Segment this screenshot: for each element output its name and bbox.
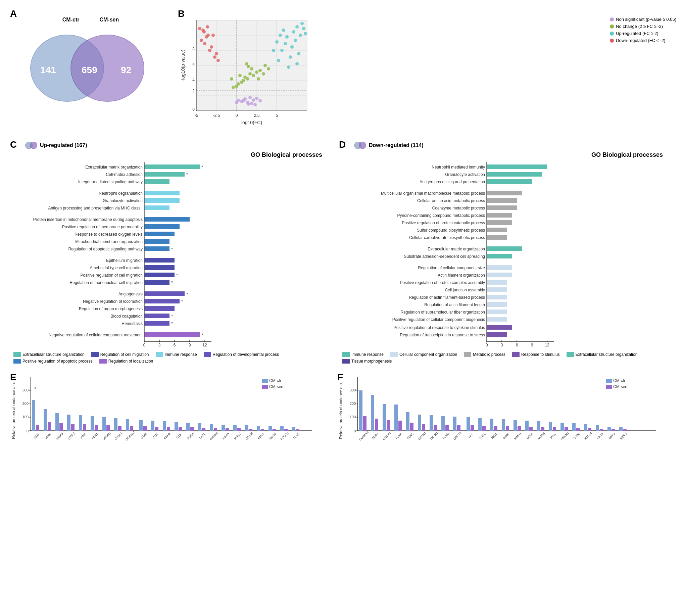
svg-text:Neutrophil mediated immunity: Neutrophil mediated immunity (432, 165, 485, 170)
svg-point-46 (230, 77, 233, 81)
legend-label-apoptosis: Positive regulation of apoptotic process (22, 359, 93, 364)
svg-point-78 (212, 34, 215, 37)
svg-rect-123 (144, 265, 175, 270)
svg-text:100: 100 (350, 415, 356, 419)
svg-point-74 (200, 39, 203, 42)
svg-rect-99 (144, 172, 184, 177)
svg-text:Negative regulation of cellula: Negative regulation of cellular componen… (49, 333, 143, 337)
svg-text:NID1: NID1 (491, 432, 498, 440)
svg-rect-235 (56, 413, 59, 431)
legend-D-label-tissue: Tissue morphogenesis (351, 359, 392, 364)
svg-rect-364 (560, 423, 564, 431)
svg-rect-185 (487, 265, 512, 270)
svg-text:SODE: SODE (268, 432, 277, 440)
svg-rect-96 (144, 164, 200, 169)
svg-point-52 (285, 35, 289, 39)
svg-point-25 (235, 101, 238, 104)
venn-left-label: CM-ctr (62, 17, 80, 23)
svg-point-31 (246, 77, 249, 81)
panel-label-B: B (178, 8, 184, 19)
svg-point-79 (198, 27, 201, 30)
svg-text:CM-ctr: CM-ctr (269, 378, 281, 383)
svg-rect-319 (382, 404, 386, 431)
svg-rect-106 (144, 198, 180, 203)
svg-point-42 (245, 62, 248, 65)
svg-text:*: * (34, 386, 36, 391)
svg-rect-195 (487, 302, 507, 307)
svg-point-75 (215, 52, 218, 56)
svg-text:5: 5 (276, 113, 278, 118)
svg-point-73 (210, 45, 213, 49)
svg-text:Positive regulation of protein: Positive regulation of protein complex a… (400, 280, 485, 285)
svg-text:GDN: GDN (140, 432, 147, 439)
svg-point-32 (240, 81, 243, 84)
svg-rect-238 (67, 415, 70, 431)
legend-box-localization (100, 359, 107, 364)
svg-text:*: * (201, 332, 203, 337)
legend-item-immune-C: Immune response (156, 352, 197, 357)
svg-rect-377 (612, 429, 615, 431)
legend-C: Extracellular structure organization Reg… (14, 352, 332, 364)
svg-rect-139 (144, 313, 170, 318)
svg-text:Neutrophil degranulation: Neutrophil degranulation (99, 191, 142, 196)
svg-point-45 (267, 67, 270, 70)
svg-rect-382 (606, 379, 612, 383)
svg-rect-274 (210, 424, 213, 431)
svg-text:TLN1: TLN1 (293, 432, 301, 440)
svg-rect-114 (144, 232, 175, 236)
svg-rect-232 (44, 409, 47, 431)
svg-text:*: * (201, 164, 203, 170)
svg-point-62 (287, 65, 290, 69)
svg-text:Cellular amino acid metabolic : Cellular amino acid metabolic process (417, 198, 485, 203)
svg-rect-128 (144, 280, 170, 285)
svg-rect-266 (179, 427, 182, 431)
svg-text:Extracellular matrix organizat: Extracellular matrix organization (427, 247, 485, 251)
svg-point-58 (299, 34, 302, 37)
svg-rect-102 (144, 179, 170, 184)
svg-rect-380 (623, 430, 626, 431)
legend-box-cell-migration (91, 352, 99, 357)
legend-D-stimulus: Response to stimulus (512, 352, 560, 357)
svg-rect-355 (525, 421, 529, 431)
svg-rect-320 (387, 420, 390, 431)
svg-text:K2C5: K2C5 (596, 432, 604, 440)
legend-dot-nonsig (610, 18, 614, 21)
legend-D-immune: Immune response (342, 352, 383, 357)
legend-item-developmental: Regulation of developmental process (204, 352, 279, 357)
svg-text:CSTN1: CSTN1 (418, 431, 427, 441)
svg-rect-142 (144, 321, 170, 326)
legend-box-extracellular (14, 352, 21, 357)
svg-text:MMP1: MMP1 (513, 432, 522, 440)
svg-rect-335 (445, 425, 449, 431)
svg-rect-203 (487, 332, 507, 337)
svg-text:CM-ctr: CM-ctr (613, 378, 625, 383)
svg-point-63 (304, 32, 307, 35)
legend-label-extracellular: Extracellular structure organization (22, 352, 85, 357)
svg-rect-268 (186, 423, 190, 431)
panel-D-subtitle: Down-regulated (114) (369, 142, 423, 148)
svg-rect-296 (296, 430, 300, 431)
svg-text:Regulation of organ morphogene: Regulation of organ morphogenesis (79, 307, 142, 311)
svg-point-19 (240, 100, 243, 103)
svg-text:2: 2 (192, 89, 195, 93)
svg-text:200: 200 (22, 401, 28, 405)
svg-rect-316 (371, 395, 374, 431)
svg-text:SPON2: SPON2 (102, 431, 112, 441)
svg-point-64 (275, 40, 279, 44)
svg-rect-201 (487, 325, 512, 330)
venn-diagram: 141 659 92 (10, 24, 171, 118)
svg-rect-239 (71, 424, 74, 431)
svg-point-76 (202, 30, 206, 34)
svg-point-47 (280, 49, 284, 52)
svg-rect-121 (144, 258, 175, 263)
svg-rect-104 (144, 191, 180, 195)
svg-rect-332 (434, 425, 437, 431)
legend-dot-upreg (610, 31, 614, 36)
svg-text:GREM1: GREM1 (209, 431, 219, 441)
svg-text:Angiogenesis: Angiogenesis (118, 292, 142, 296)
svg-text:Cell junction assembly: Cell junction assembly (445, 288, 485, 292)
svg-text:PAI1: PAI1 (33, 433, 40, 439)
legend-D-metabolic: Metabolic process (464, 352, 505, 357)
svg-rect-272 (202, 428, 205, 431)
legend-label-upreg: Up-regulated (FC ≥ 2) (616, 31, 658, 36)
